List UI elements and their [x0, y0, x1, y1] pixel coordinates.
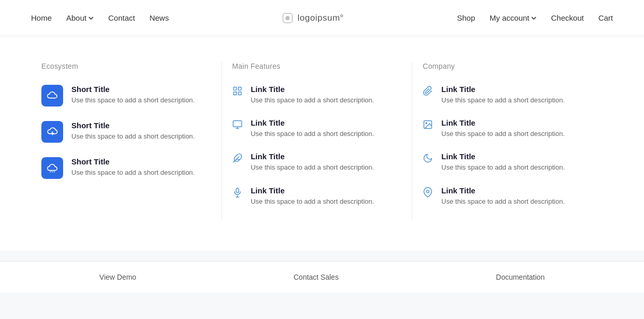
- feat-item-1[interactable]: Link Title Use this space to add a short…: [232, 85, 402, 105]
- feat-item-4[interactable]: Link Title Use this space to add a short…: [232, 186, 402, 206]
- logo-icon: [282, 12, 293, 24]
- comp-item-2-desc: Use this space to add a short descriptio…: [441, 129, 564, 139]
- nav-left: Home About Contact News: [31, 13, 169, 22]
- svg-rect-8: [238, 92, 241, 95]
- feat-item-3-title: Link Title: [251, 152, 374, 161]
- comp-item-1-desc: Use this space to add a short descriptio…: [441, 96, 564, 105]
- paperclip-icon: [423, 86, 434, 97]
- monitor-icon: [232, 119, 244, 131]
- svg-point-18: [426, 123, 427, 124]
- eco-item-1[interactable]: Short Title Use this space to add a shor…: [41, 85, 211, 107]
- nav-checkout[interactable]: Checkout: [551, 13, 583, 22]
- eco-item-3[interactable]: Short Title Use this space to add a shor…: [41, 157, 211, 179]
- feat-item-2-title: Link Title: [251, 118, 374, 127]
- eco-icon-box-3: [41, 157, 63, 179]
- feat-item-1-title: Link Title: [251, 85, 374, 94]
- dropdown-panel: Ecosystem Short Title Use this space to …: [0, 36, 644, 251]
- comp-item-2[interactable]: Link Title Use this space to add a short…: [423, 118, 592, 139]
- company-heading: Company: [423, 62, 592, 70]
- nav-cart[interactable]: Cart: [598, 13, 613, 22]
- comp-item-2-title: Link Title: [441, 118, 564, 127]
- map-pin-icon: [423, 187, 434, 199]
- footer-documentation[interactable]: Documentation: [496, 273, 545, 281]
- svg-rect-7: [233, 92, 236, 95]
- nav-myaccount[interactable]: My account: [490, 13, 537, 22]
- navigation: Home About Contact News logoipsum° Shop …: [0, 0, 644, 36]
- svg-rect-9: [233, 121, 242, 127]
- comp-item-3[interactable]: Link Title Use this space to add a short…: [423, 152, 592, 172]
- nav-shop[interactable]: Shop: [457, 13, 475, 22]
- about-chevron-icon: [88, 17, 94, 20]
- feat-item-3[interactable]: Link Title Use this space to add a short…: [232, 152, 402, 172]
- logo: logoipsum°: [282, 12, 343, 24]
- svg-point-19: [427, 190, 429, 192]
- footer-view-demo[interactable]: View Demo: [99, 273, 136, 281]
- svg-rect-5: [233, 87, 236, 90]
- comp-item-3-desc: Use this space to add a short descriptio…: [441, 163, 564, 172]
- myaccount-chevron-icon: [531, 17, 536, 20]
- features-heading: Main Features: [232, 62, 402, 70]
- cloud-icon: [47, 90, 58, 101]
- image-icon: [423, 119, 434, 131]
- nav-home[interactable]: Home: [31, 13, 52, 22]
- comp-item-4[interactable]: Link Title Use this space to add a short…: [423, 186, 592, 206]
- feather-icon: [232, 153, 244, 164]
- eco-item-3-title: Short Title: [71, 157, 194, 166]
- nav-about[interactable]: About: [66, 13, 94, 22]
- eco-item-2-title: Short Title: [71, 121, 194, 130]
- cloud-lightning-icon: [47, 126, 58, 138]
- feat-item-2-desc: Use this space to add a short descriptio…: [251, 129, 374, 139]
- comp-item-4-desc: Use this space to add a short descriptio…: [441, 197, 564, 206]
- cloud-drizzle-icon: [47, 162, 58, 174]
- svg-rect-6: [238, 87, 241, 90]
- feat-item-3-desc: Use this space to add a short descriptio…: [251, 163, 374, 172]
- ecosystem-column: Ecosystem Short Title Use this space to …: [41, 62, 221, 220]
- feat-item-2[interactable]: Link Title Use this space to add a short…: [232, 118, 402, 139]
- eco-icon-box-2: [41, 121, 63, 143]
- footer-contact-sales[interactable]: Contact Sales: [293, 273, 338, 281]
- eco-item-2-desc: Use this space to add a short descriptio…: [71, 132, 194, 141]
- feat-item-4-desc: Use this space to add a short descriptio…: [251, 197, 374, 206]
- grid-icon: [232, 86, 244, 97]
- feat-item-1-desc: Use this space to add a short descriptio…: [251, 96, 374, 105]
- eco-item-1-title: Short Title: [71, 85, 194, 94]
- comp-item-1-title: Link Title: [441, 85, 564, 94]
- nav-right: Shop My account Checkout Cart: [457, 13, 613, 22]
- eco-icon-box-1: [41, 85, 63, 107]
- footer: View Demo Contact Sales Documentation: [0, 261, 644, 293]
- nav-contact[interactable]: Contact: [108, 13, 135, 22]
- columns: Ecosystem Short Title Use this space to …: [41, 62, 603, 220]
- moon-icon: [423, 153, 434, 164]
- svg-point-1: [286, 16, 290, 20]
- mic-icon: [232, 187, 244, 199]
- comp-item-1[interactable]: Link Title Use this space to add a short…: [423, 85, 592, 105]
- svg-rect-14: [236, 188, 238, 192]
- company-column: Company Link Title Use this space to add…: [412, 62, 603, 220]
- nav-news[interactable]: News: [149, 13, 169, 22]
- eco-item-1-desc: Use this space to add a short descriptio…: [71, 96, 194, 105]
- eco-item-2[interactable]: Short Title Use this space to add a shor…: [41, 121, 211, 143]
- comp-item-3-title: Link Title: [441, 152, 564, 161]
- features-column: Main Features Link Title Use this space …: [222, 62, 412, 220]
- ecosystem-heading: Ecosystem: [41, 62, 211, 70]
- feat-item-4-title: Link Title: [251, 186, 374, 195]
- comp-item-4-title: Link Title: [441, 186, 564, 195]
- eco-item-3-desc: Use this space to add a short descriptio…: [71, 168, 194, 177]
